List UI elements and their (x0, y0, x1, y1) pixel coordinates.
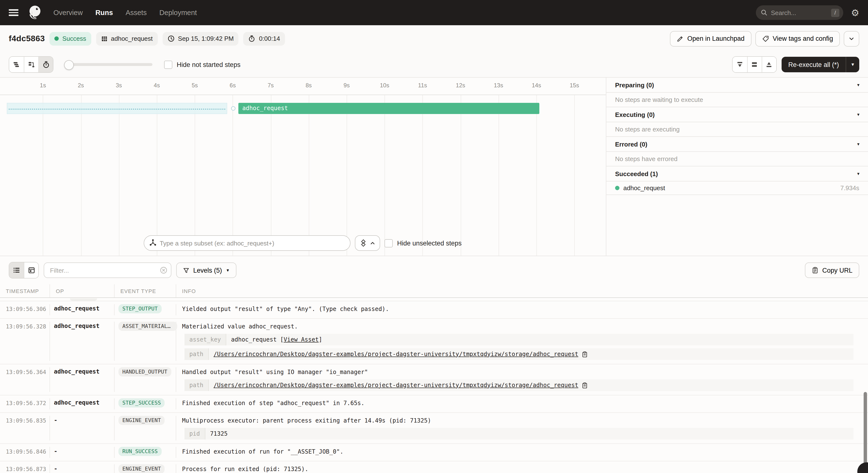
view-asset-link[interactable]: View Asset (283, 336, 319, 343)
reexecute-options-button[interactable]: ▼ (846, 57, 859, 72)
log-list-view-button[interactable] (9, 263, 24, 278)
open-in-launchpad-button[interactable]: Open in Launchpad (670, 31, 751, 46)
log-col-header: EVENT TYPE (115, 284, 176, 297)
log-info-text: Process for run exited (pid: 71325). (182, 465, 860, 473)
metadata-path-link[interactable]: /Users/erincochran/Desktop/dagster-examp… (214, 350, 579, 358)
log-row[interactable]: 13:09:56.364adhoc_requestHANDLED_OUTPUTH… (0, 364, 868, 395)
log-row[interactable]: 13:09:56.846-RUN_SUCCESSFinished executi… (0, 444, 868, 461)
steps-section-title: Executing (0) (615, 111, 655, 118)
copy-url-button[interactable]: Copy URL (805, 263, 859, 278)
grid-line (499, 95, 499, 256)
chevron-down-icon[interactable]: ▼ (856, 83, 860, 87)
log-row[interactable]: 13:09:56.306adhoc_requestSTEP_OUTPUTYiel… (0, 301, 868, 319)
nav-item-overview[interactable]: Overview (53, 9, 83, 16)
grid-line (384, 95, 385, 256)
nav-item-deployment[interactable]: Deployment (159, 9, 197, 16)
axis-tick-label: 7s (268, 82, 274, 89)
event-type-pill: ENGINE_EVENT (119, 464, 165, 473)
reexecute-split-button: Re-execute all (*) ▼ (782, 57, 859, 72)
axis-tick-label: 10s (380, 82, 389, 89)
metadata-path-link[interactable]: /Users/erincochran/Desktop/dagster-examp… (214, 381, 579, 389)
run-more-actions-button[interactable] (844, 31, 859, 46)
log-op: - (50, 464, 115, 473)
collapse-up-button[interactable] (762, 57, 776, 72)
slider-knob[interactable] (64, 60, 74, 70)
log-timestamp: 13:09:56.835 (0, 416, 50, 440)
axis-tick-label: 8s (306, 82, 312, 89)
log-col-header: INFO (176, 284, 868, 297)
log-row[interactable]: 13:09:56.372adhoc_requestSTEP_SUCCESSFin… (0, 395, 868, 413)
step-name: adhoc_request (623, 184, 665, 192)
chevron-down-icon[interactable]: ▼ (856, 112, 860, 117)
timed-view-button[interactable] (38, 57, 53, 72)
steps-section-header[interactable]: Errored (0)▼ (606, 137, 868, 152)
reexecute-all-button[interactable]: Re-execute all (*) (782, 57, 846, 72)
log-row[interactable]: 13:09:56.835-ENGINE_EVENTMultiprocess ex… (0, 413, 868, 444)
copy-to-clipboard-icon[interactable] (582, 351, 588, 357)
log-structured-view-button[interactable] (24, 263, 38, 278)
gantt-waiting-bar[interactable] (7, 103, 227, 114)
copy-to-clipboard-icon[interactable] (582, 382, 588, 388)
checkbox-icon[interactable] (384, 239, 393, 247)
steps-section-header[interactable]: Preparing (0)▼ (606, 78, 868, 93)
steps-section-header[interactable]: Succeeded (1)▼ (606, 166, 868, 181)
flat-view-button[interactable] (9, 57, 24, 72)
log-info-text: Materialized value adhoc_request. (182, 323, 860, 331)
vertical-scrollbar[interactable] (864, 392, 867, 470)
gantt-axis-line (0, 95, 606, 95)
step-graph-expand-button[interactable] (355, 235, 380, 251)
slider-track[interactable] (64, 63, 152, 66)
grid-line (271, 95, 271, 256)
hide-unselected-checkbox[interactable]: Hide unselected steps (384, 239, 462, 247)
event-type-pill: ASSET_MATERIALIZAT… (119, 322, 177, 331)
grid-line (461, 95, 461, 256)
collapse-down-button[interactable] (733, 57, 747, 72)
chevron-down-icon[interactable]: ▼ (856, 142, 860, 146)
log-op: adhoc_request (50, 367, 115, 392)
log-row[interactable]: 13:09:56.328adhoc_requestASSET_MATERIALI… (0, 319, 868, 364)
succeeded-step-row[interactable]: adhoc_request7.934s (606, 181, 868, 195)
log-event-type-cell: STEP_SUCCESS (115, 398, 176, 409)
log-info-cell: Finished execution of run for "__ASSET_J… (176, 447, 868, 458)
hide-not-started-checkbox[interactable]: Hide not started steps (164, 60, 241, 69)
grid-line (536, 95, 537, 256)
job-badge[interactable]: adhoc_request (96, 32, 158, 45)
log-timestamp: 13:09:56.328 (0, 322, 50, 361)
waterfall-view-button[interactable] (24, 57, 38, 72)
log-timestamp: 13:09:56.873 (0, 464, 50, 473)
split-rows-button[interactable] (747, 57, 762, 72)
log-row[interactable]: 13:09:56.873-ENGINE_EVENTProcess for run… (0, 461, 868, 473)
log-filter-input[interactable] (44, 263, 172, 278)
step-subset-input[interactable] (144, 235, 350, 251)
grid-line (309, 95, 309, 256)
nav-item-runs[interactable]: Runs (95, 9, 113, 16)
grid-line (574, 95, 575, 256)
metadata-value: 71325 (205, 428, 854, 440)
event-type-pill: STEP_OUTPUT (119, 304, 162, 313)
hamburger-menu-icon[interactable] (9, 9, 19, 16)
steps-section-header[interactable]: Executing (0)▼ (606, 107, 868, 122)
metadata-value: /Users/erincochran/Desktop/dagster-examp… (209, 379, 854, 391)
checkbox-icon[interactable] (164, 60, 172, 69)
gantt-toolbar-right: Re-execute all (*) ▼ (732, 56, 859, 73)
job-grid-icon (101, 35, 107, 42)
dagster-run-page: OverviewRunsAssetsDeployment Search... /… (0, 0, 868, 473)
dagster-logo-icon[interactable] (26, 4, 44, 21)
settings-gear-icon[interactable]: ⚙ (851, 8, 859, 17)
gantt-zoom-slider[interactable] (64, 60, 152, 69)
status-badge: Success (50, 32, 91, 45)
levels-filter-button[interactable]: Levels (5) ▼ (176, 263, 237, 278)
axis-tick-label: 13s (494, 82, 503, 89)
chevron-down-icon[interactable]: ▼ (856, 171, 860, 176)
log-info-cell: Finished execution of step "adhoc_reques… (176, 398, 868, 409)
clear-filter-icon[interactable] (160, 266, 167, 274)
gantt-view-mode-segment (9, 56, 53, 73)
gantt-step-bar[interactable]: adhoc_request (238, 103, 539, 114)
view-tags-config-button[interactable]: View tags and config (755, 31, 840, 46)
gantt-step-marker-icon[interactable] (231, 106, 236, 111)
log-info-cell: Process for run exited (pid: 71325). (176, 464, 868, 473)
metadata-value: adhoc_request[View Asset] (226, 334, 854, 345)
global-search[interactable]: Search... / (756, 5, 843, 20)
nav-item-assets[interactable]: Assets (125, 9, 147, 16)
log-event-type-cell: RUN_SUCCESS (115, 447, 176, 458)
